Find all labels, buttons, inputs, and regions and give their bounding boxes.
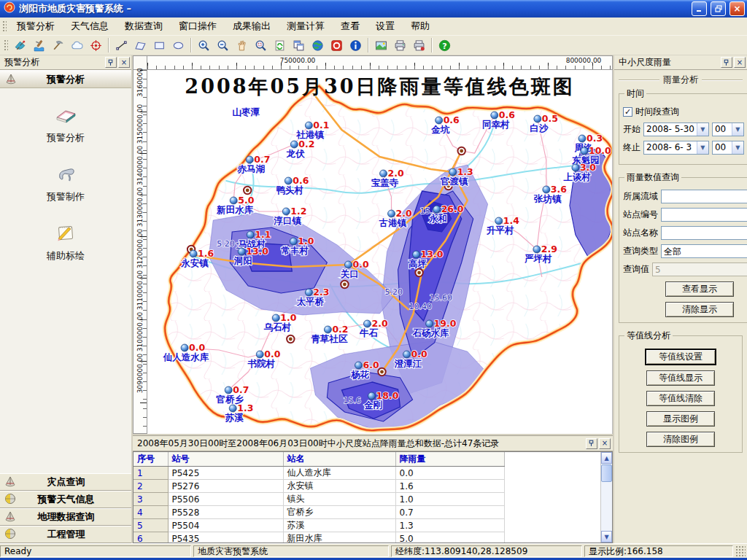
chevron-down-icon[interactable]: ▼: [732, 123, 743, 136]
show-query-button[interactable]: 查看显示: [665, 281, 734, 297]
contour-button-等值线清除[interactable]: 等值线清除: [646, 391, 715, 406]
target-icon[interactable]: [87, 36, 105, 54]
column-header-站名[interactable]: 站名: [283, 452, 395, 467]
resize-grip[interactable]: [735, 545, 746, 557]
station-dot-icon[interactable]: [290, 238, 297, 245]
menu-item-数据查询[interactable]: 数据查询: [117, 17, 171, 36]
image-icon[interactable]: [372, 36, 390, 54]
ellipse-tool-icon[interactable]: [169, 36, 187, 54]
station-dot-icon[interactable]: [578, 135, 586, 142]
contour-button-等值线设置[interactable]: 等值线设置: [645, 349, 716, 365]
station-dot-icon[interactable]: [282, 208, 290, 215]
table-scrollbar[interactable]: ▲ ▼: [600, 452, 612, 542]
help-icon[interactable]: ?: [436, 36, 454, 54]
menu-item-设置[interactable]: 设置: [368, 17, 403, 36]
station-dot-icon[interactable]: [256, 351, 263, 358]
line-tool-icon[interactable]: [112, 36, 131, 54]
station-dot-icon[interactable]: [543, 186, 550, 193]
print-setup-icon[interactable]: [410, 36, 428, 54]
scroll-down-icon[interactable]: ▼: [601, 531, 612, 542]
nav-item-辅助标绘[interactable]: 辅助标绘: [47, 221, 85, 262]
chevron-down-icon[interactable]: ▼: [697, 141, 708, 154]
station-dot-icon[interactable]: [363, 320, 371, 327]
stack-item-地理数据查询[interactable]: 地理数据查询: [0, 508, 131, 526]
station-dot-icon[interactable]: [491, 112, 498, 119]
station-dot-icon[interactable]: [449, 168, 457, 176]
globe-icon[interactable]: [309, 36, 327, 54]
print-icon[interactable]: [391, 36, 409, 54]
rainfall-map[interactable]: 5.2010.4015.605.2015.6010.4015.6山枣潭0.1社港…: [147, 70, 612, 434]
query-type-select[interactable]: 全部▼: [661, 244, 747, 258]
column-header-序号[interactable]: 序号: [133, 452, 168, 467]
table-row[interactable]: 6P5435新田水库5.0: [133, 532, 504, 544]
map-canvas[interactable]: 5.2010.4015.605.2015.6010.4015.6山枣潭0.1社港…: [147, 70, 613, 434]
station-dot-icon[interactable]: [181, 344, 188, 351]
station-table[interactable]: 序号站号站名降雨量 1P5425仙人造水库0.02P5276永安镇1.63P55…: [133, 452, 505, 543]
refresh-icon[interactable]: [271, 36, 289, 54]
copy-view-icon[interactable]: [290, 36, 308, 54]
station-dot-icon[interactable]: [305, 289, 312, 296]
menu-item-成果输出[interactable]: 成果输出: [225, 17, 279, 36]
polygon-tool-icon[interactable]: [131, 36, 150, 54]
time-range-checkbox[interactable]: ✓: [623, 107, 632, 117]
water-survey-icon[interactable]: [30, 36, 48, 54]
end-date-select[interactable]: 2008- 6- 3▼: [643, 141, 709, 155]
bottom-panel-close-button[interactable]: ×: [599, 438, 611, 449]
nav-item-预警制作[interactable]: 预警制作: [47, 162, 85, 203]
station-dot-icon[interactable]: [368, 392, 375, 400]
station-dot-icon[interactable]: [229, 405, 236, 412]
station-dot-icon[interactable]: [324, 326, 331, 333]
chevron-down-icon[interactable]: ▼: [732, 141, 743, 154]
scroll-up-icon[interactable]: ▲: [601, 452, 612, 464]
station-dot-icon[interactable]: [533, 246, 541, 253]
station-dot-icon[interactable]: [290, 141, 298, 148]
info-icon[interactable]: [347, 36, 365, 54]
station-dot-icon[interactable]: [572, 164, 579, 171]
station-dot-icon[interactable]: [495, 217, 503, 225]
station-name-input[interactable]: [661, 226, 747, 240]
left-group-header[interactable]: 预警分析: [0, 70, 131, 88]
station-dot-icon[interactable]: [190, 250, 197, 257]
start-date-select[interactable]: 2008- 5-30▼: [643, 122, 709, 136]
contour-button-清除图例[interactable]: 清除图例: [646, 432, 715, 447]
left-panel-close-button[interactable]: ×: [118, 57, 130, 68]
station-dot-icon[interactable]: [305, 122, 312, 129]
station-dot-icon[interactable]: [246, 156, 253, 163]
station-dot-icon[interactable]: [285, 177, 292, 184]
station-dot-icon[interactable]: [230, 197, 237, 204]
column-header-降雨量[interactable]: 降雨量: [395, 452, 504, 467]
right-panel-pin-button[interactable]: [721, 57, 732, 68]
station-dot-icon[interactable]: [413, 251, 420, 258]
cloud-icon[interactable]: [68, 36, 86, 54]
stop-icon[interactable]: [328, 36, 346, 54]
start-hour-select[interactable]: 00▼: [712, 122, 744, 136]
chevron-down-icon[interactable]: ▼: [697, 123, 708, 136]
clear-query-button[interactable]: 清除显示: [665, 302, 734, 317]
pick-tool-icon[interactable]: [49, 36, 67, 54]
table-row[interactable]: 5P5504苏溪1.3: [133, 519, 504, 532]
stack-item-工程管理[interactable]: 工程管理: [0, 526, 131, 543]
station-dot-icon[interactable]: [433, 206, 441, 213]
table-row[interactable]: 4P5528官桥乡0.7: [133, 506, 504, 519]
station-dot-icon[interactable]: [436, 117, 443, 124]
minimize-button[interactable]: [692, 1, 707, 16]
table-header-row[interactable]: 序号站号站名降雨量: [133, 452, 504, 467]
menu-item-窗口操作[interactable]: 窗口操作: [171, 17, 225, 36]
menu-item-查看[interactable]: 查看: [333, 17, 368, 36]
station-dot-icon[interactable]: [534, 115, 541, 122]
scroll-thumb[interactable]: [601, 464, 612, 482]
station-dot-icon[interactable]: [355, 362, 362, 369]
station-dot-icon[interactable]: [272, 314, 279, 322]
end-hour-select[interactable]: 00▼: [712, 141, 744, 155]
station-dot-icon[interactable]: [388, 210, 395, 217]
menu-grip[interactable]: [1, 20, 7, 33]
stack-item-预警天气信息[interactable]: 预警天气信息: [0, 491, 131, 508]
station-dot-icon[interactable]: [426, 320, 433, 327]
contour-button-显示图例[interactable]: 显示图例: [646, 411, 715, 427]
toolbar-grip[interactable]: [3, 39, 8, 52]
satellite-dish-icon[interactable]: [11, 36, 29, 54]
station-dot-icon[interactable]: [225, 386, 232, 394]
table-row[interactable]: 2P5276永安镇1.6: [133, 480, 504, 493]
station-dot-icon[interactable]: [380, 170, 387, 177]
contour-button-等值线显示[interactable]: 等值线显示: [646, 370, 715, 386]
